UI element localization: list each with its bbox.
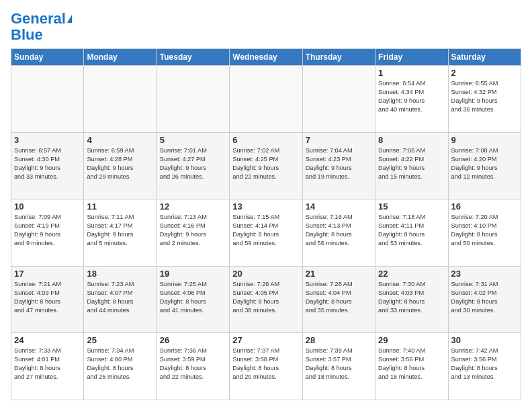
day-info: Sunrise: 7:34 AM Sunset: 4:00 PM Dayligh…	[87, 347, 153, 381]
day-cell: 11Sunrise: 7:11 AM Sunset: 4:17 PM Dayli…	[84, 199, 157, 267]
day-cell: 10Sunrise: 7:09 AM Sunset: 4:19 PM Dayli…	[11, 199, 84, 267]
logo-line2: Blue	[11, 27, 43, 43]
day-number: 13	[232, 201, 299, 212]
day-number: 16	[451, 201, 518, 212]
day-cell: 25Sunrise: 7:34 AM Sunset: 4:00 PM Dayli…	[84, 333, 157, 400]
day-info: Sunrise: 7:11 AM Sunset: 4:17 PM Dayligh…	[87, 213, 153, 248]
day-number: 9	[451, 135, 518, 145]
day-cell: 20Sunrise: 7:26 AM Sunset: 4:05 PM Dayli…	[230, 266, 302, 333]
day-number: 11	[87, 201, 153, 212]
day-info: Sunrise: 7:16 AM Sunset: 4:13 PM Dayligh…	[306, 213, 372, 248]
day-info: Sunrise: 7:01 AM Sunset: 4:27 PM Dayligh…	[160, 146, 226, 181]
day-info: Sunrise: 7:42 AM Sunset: 3:56 PM Dayligh…	[451, 347, 518, 381]
day-cell: 24Sunrise: 7:33 AM Sunset: 4:01 PM Dayli…	[11, 333, 84, 400]
day-info: Sunrise: 7:08 AM Sunset: 4:20 PM Dayligh…	[451, 146, 518, 181]
day-info: Sunrise: 7:21 AM Sunset: 4:09 PM Dayligh…	[14, 280, 81, 315]
col-header-sunday: Sunday	[11, 49, 84, 66]
day-cell	[230, 66, 302, 133]
day-info: Sunrise: 7:28 AM Sunset: 4:04 PM Dayligh…	[306, 280, 372, 315]
day-number: 4	[87, 135, 153, 145]
day-number: 18	[87, 269, 153, 279]
logo: General Blue	[11, 11, 72, 43]
day-info: Sunrise: 6:59 AM Sunset: 4:28 PM Dayligh…	[87, 146, 153, 181]
day-info: Sunrise: 7:23 AM Sunset: 4:07 PM Dayligh…	[87, 280, 153, 315]
day-number: 5	[160, 135, 226, 145]
week-row-3: 10Sunrise: 7:09 AM Sunset: 4:19 PM Dayli…	[11, 199, 521, 267]
day-number: 20	[232, 269, 299, 279]
day-info: Sunrise: 7:33 AM Sunset: 4:01 PM Dayligh…	[14, 347, 81, 381]
day-cell: 29Sunrise: 7:40 AM Sunset: 3:56 PM Dayli…	[375, 333, 448, 400]
week-row-4: 17Sunrise: 7:21 AM Sunset: 4:09 PM Dayli…	[11, 266, 521, 333]
day-number: 7	[306, 135, 372, 145]
day-cell: 3Sunrise: 6:57 AM Sunset: 4:30 PM Daylig…	[11, 132, 84, 199]
day-info: Sunrise: 7:09 AM Sunset: 4:19 PM Dayligh…	[14, 213, 81, 248]
day-cell: 28Sunrise: 7:39 AM Sunset: 3:57 PM Dayli…	[302, 333, 375, 400]
day-cell: 4Sunrise: 6:59 AM Sunset: 4:28 PM Daylig…	[84, 132, 157, 199]
day-cell	[157, 66, 229, 133]
day-number: 22	[378, 269, 445, 279]
day-cell: 26Sunrise: 7:36 AM Sunset: 3:59 PM Dayli…	[157, 333, 229, 400]
day-info: Sunrise: 7:36 AM Sunset: 3:59 PM Dayligh…	[160, 347, 226, 381]
day-info: Sunrise: 7:25 AM Sunset: 4:06 PM Dayligh…	[160, 280, 226, 315]
day-cell: 30Sunrise: 7:42 AM Sunset: 3:56 PM Dayli…	[448, 333, 521, 400]
day-number: 29	[378, 335, 445, 345]
day-number: 23	[451, 269, 518, 279]
day-info: Sunrise: 7:39 AM Sunset: 3:57 PM Dayligh…	[306, 347, 372, 381]
col-header-thursday: Thursday	[302, 49, 375, 66]
col-header-tuesday: Tuesday	[157, 49, 229, 66]
day-number: 25	[87, 335, 153, 345]
day-info: Sunrise: 7:15 AM Sunset: 4:14 PM Dayligh…	[232, 213, 299, 248]
col-header-monday: Monday	[84, 49, 157, 66]
day-cell: 17Sunrise: 7:21 AM Sunset: 4:09 PM Dayli…	[11, 266, 84, 333]
day-number: 12	[160, 201, 226, 212]
day-info: Sunrise: 7:02 AM Sunset: 4:25 PM Dayligh…	[232, 146, 299, 181]
day-number: 28	[306, 335, 372, 345]
day-number: 14	[306, 201, 372, 212]
day-cell	[84, 66, 157, 133]
day-info: Sunrise: 7:20 AM Sunset: 4:10 PM Dayligh…	[451, 213, 518, 248]
day-number: 10	[14, 201, 81, 212]
day-info: Sunrise: 7:37 AM Sunset: 3:58 PM Dayligh…	[232, 347, 299, 381]
day-cell	[302, 66, 375, 133]
week-row-2: 3Sunrise: 6:57 AM Sunset: 4:30 PM Daylig…	[11, 132, 521, 199]
day-cell: 16Sunrise: 7:20 AM Sunset: 4:10 PM Dayli…	[448, 199, 521, 267]
day-cell: 9Sunrise: 7:08 AM Sunset: 4:20 PM Daylig…	[448, 132, 521, 199]
day-cell: 5Sunrise: 7:01 AM Sunset: 4:27 PM Daylig…	[157, 132, 229, 199]
day-info: Sunrise: 7:06 AM Sunset: 4:22 PM Dayligh…	[378, 146, 445, 181]
day-cell: 2Sunrise: 6:55 AM Sunset: 4:32 PM Daylig…	[448, 66, 521, 133]
day-number: 3	[14, 135, 81, 145]
day-info: Sunrise: 7:31 AM Sunset: 4:02 PM Dayligh…	[451, 280, 518, 315]
day-cell: 18Sunrise: 7:23 AM Sunset: 4:07 PM Dayli…	[84, 266, 157, 333]
header: General Blue	[11, 11, 521, 43]
day-number: 8	[378, 135, 445, 145]
day-number: 1	[378, 68, 445, 78]
day-cell: 8Sunrise: 7:06 AM Sunset: 4:22 PM Daylig…	[375, 132, 448, 199]
day-info: Sunrise: 6:57 AM Sunset: 4:30 PM Dayligh…	[14, 146, 81, 181]
day-number: 30	[451, 335, 518, 345]
day-info: Sunrise: 7:04 AM Sunset: 4:23 PM Dayligh…	[306, 146, 372, 181]
day-info: Sunrise: 7:30 AM Sunset: 4:03 PM Dayligh…	[378, 280, 445, 315]
calendar: SundayMondayTuesdayWednesdayThursdayFrid…	[11, 48, 521, 400]
day-cell	[11, 66, 84, 133]
day-info: Sunrise: 7:26 AM Sunset: 4:05 PM Dayligh…	[232, 280, 299, 315]
col-header-wednesday: Wednesday	[230, 49, 302, 66]
day-number: 27	[232, 335, 299, 345]
day-cell: 19Sunrise: 7:25 AM Sunset: 4:06 PM Dayli…	[157, 266, 229, 333]
col-header-saturday: Saturday	[448, 49, 521, 66]
day-cell: 21Sunrise: 7:28 AM Sunset: 4:04 PM Dayli…	[302, 266, 375, 333]
day-cell: 22Sunrise: 7:30 AM Sunset: 4:03 PM Dayli…	[375, 266, 448, 333]
day-info: Sunrise: 7:13 AM Sunset: 4:16 PM Dayligh…	[160, 213, 226, 248]
col-header-friday: Friday	[375, 49, 448, 66]
day-cell: 14Sunrise: 7:16 AM Sunset: 4:13 PM Dayli…	[302, 199, 375, 267]
day-cell: 15Sunrise: 7:18 AM Sunset: 4:11 PM Dayli…	[375, 199, 448, 267]
week-row-1: 1Sunrise: 6:54 AM Sunset: 4:34 PM Daylig…	[11, 66, 521, 133]
day-number: 26	[160, 335, 226, 345]
day-number: 2	[451, 68, 518, 78]
calendar-header-row: SundayMondayTuesdayWednesdayThursdayFrid…	[11, 49, 521, 66]
day-number: 21	[306, 269, 372, 279]
logo-triangle-icon	[67, 15, 72, 23]
day-number: 6	[232, 135, 299, 145]
day-info: Sunrise: 6:54 AM Sunset: 4:34 PM Dayligh…	[378, 79, 445, 114]
day-cell: 12Sunrise: 7:13 AM Sunset: 4:16 PM Dayli…	[157, 199, 229, 267]
day-number: 17	[14, 269, 81, 279]
